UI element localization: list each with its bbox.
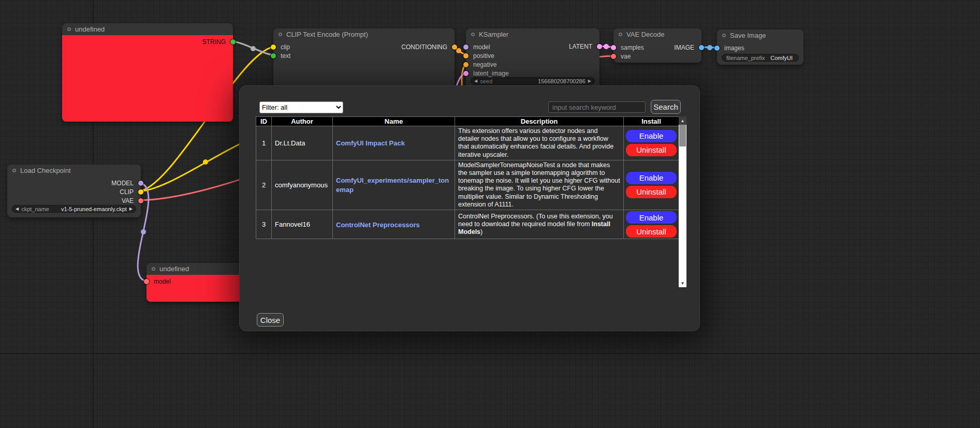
node-title: undefined (75, 25, 105, 33)
increment-arrow-icon[interactable]: ▶ (588, 77, 591, 85)
wire-midpoint-dot-clip (203, 159, 208, 165)
negative-input-port[interactable] (463, 62, 469, 67)
node-title: VAE Decode (626, 31, 664, 38)
node-undefined-bottom-header[interactable]: undefined (147, 263, 245, 275)
filter-select[interactable]: Filter: all (259, 101, 343, 113)
node-clip-text-encode-header[interactable]: CLIP Text Encode (Prompt) (273, 28, 455, 40)
wire-midpoint-dot-latent (604, 44, 609, 49)
image-output-port[interactable] (699, 45, 704, 50)
node-undefined-top-header[interactable]: undefined (62, 23, 233, 35)
node-vae-decode-header[interactable]: VAE Decode (613, 28, 701, 40)
seed-widget[interactable]: ◀ seed 156680208700286 ▶ (471, 77, 595, 85)
collapse-dot-icon[interactable] (471, 33, 475, 36)
input-slot-negative[interactable]: negative (466, 60, 599, 69)
uninstall-button[interactable]: Uninstall (626, 186, 677, 198)
input-slot-images[interactable]: images (717, 43, 803, 52)
header-name: Name (333, 117, 455, 126)
latent-image-input-port[interactable] (463, 71, 469, 76)
model-input-port[interactable] (144, 279, 149, 284)
scroll-up-icon[interactable]: ▲ (679, 116, 686, 125)
node-title: CLIP Text Encode (Prompt) (286, 31, 368, 38)
enable-button[interactable]: Enable (626, 211, 677, 224)
node-ksampler[interactable]: KSampler model positive negative latent_… (466, 28, 599, 91)
port-label: positive (473, 52, 494, 60)
close-button[interactable]: Close (257, 313, 284, 327)
description-text: ) (480, 228, 482, 235)
collapse-dot-icon[interactable] (67, 27, 71, 31)
positive-input-port[interactable] (463, 53, 469, 58)
extension-link[interactable]: ComfyUI_experiments/sampler_tonemap (336, 176, 449, 194)
port-label: MODEL (111, 180, 134, 187)
text-input-port[interactable] (271, 53, 276, 58)
output-slot-model[interactable]: MODEL (7, 179, 141, 187)
input-slot-model[interactable]: model (147, 277, 245, 286)
decrement-arrow-icon[interactable]: ◀ (16, 205, 19, 213)
clip-output-port[interactable] (138, 189, 143, 195)
output-slot-latent[interactable]: LATENT (466, 42, 599, 51)
output-slot-conditioning[interactable]: CONDITIONING (273, 42, 455, 51)
node-load-checkpoint-header[interactable]: Load Checkpoint (7, 165, 141, 176)
node-save-image[interactable]: Save Image images filename_prefix ComfyU… (717, 29, 803, 65)
extension-link[interactable]: ControlNet Preprocessors (336, 221, 420, 229)
node-load-checkpoint[interactable]: Load Checkpoint MODEL CLIP VAE ◀ ckpt_na… (7, 165, 141, 217)
collapse-dot-icon[interactable] (279, 33, 282, 36)
collapse-dot-icon[interactable] (619, 33, 622, 36)
cell-id: 1 (256, 126, 272, 160)
enable-button[interactable]: Enable (626, 130, 677, 142)
description-text: ControlNet Preprocessors. (To use this e… (458, 213, 613, 228)
widget-value: v1-5-pruned-emaonly.ckpt (61, 206, 127, 212)
collapse-dot-icon[interactable] (722, 34, 726, 37)
decrement-arrow-icon[interactable]: ◀ (474, 77, 477, 85)
collapse-dot-icon[interactable] (12, 169, 16, 172)
ckpt-name-widget[interactable]: ◀ ckpt_name v1-5-pruned-emaonly.ckpt ▶ (12, 205, 136, 213)
enable-button[interactable]: Enable (626, 172, 677, 184)
output-slot-clip[interactable]: CLIP (7, 187, 141, 196)
port-label: images (724, 45, 744, 52)
node-ksampler-header[interactable]: KSampler (466, 28, 599, 40)
input-slot-latent-image[interactable]: latent_image (466, 69, 599, 78)
scroll-down-icon[interactable]: ▼ (679, 279, 686, 287)
increment-arrow-icon[interactable]: ▶ (129, 205, 133, 213)
vae-output-port[interactable] (138, 198, 143, 203)
uninstall-button[interactable]: Uninstall (626, 225, 677, 238)
widget-label: ckpt_name (21, 206, 49, 212)
uninstall-button[interactable]: Uninstall (626, 144, 677, 156)
table-scrollbar[interactable]: ▲ ▼ (679, 116, 686, 287)
output-slot-image[interactable]: IMAGE (613, 43, 701, 52)
port-label: CONDITIONING (401, 43, 447, 51)
custom-nodes-manager-dialog: Filter: all Search ID Author Name Descri… (239, 85, 700, 331)
node-undefined-top[interactable]: undefined STRING (62, 23, 233, 122)
port-label: negative (473, 61, 496, 68)
port-label: CLIP (120, 188, 134, 196)
node-vae-decode[interactable]: VAE Decode samples vae IMAGE (613, 28, 701, 63)
search-input[interactable] (548, 101, 646, 113)
latent-output-port[interactable] (597, 44, 602, 49)
node-save-image-header[interactable]: Save Image (717, 29, 803, 41)
output-slot-vae[interactable]: VAE (7, 196, 141, 205)
widget-value: ComfyUI (770, 55, 793, 61)
input-slot-text[interactable]: text (273, 51, 455, 60)
filename-prefix-widget[interactable]: filename_prefix ComfyUI (722, 54, 799, 62)
cell-description: ControlNet Preprocessors. (To use this e… (455, 210, 624, 239)
model-output-port[interactable] (138, 181, 143, 186)
conditioning-output-port[interactable] (452, 45, 457, 50)
output-slot-string[interactable]: STRING (62, 37, 233, 46)
scrollbar-thumb[interactable] (679, 125, 686, 146)
string-output-port[interactable] (230, 39, 236, 45)
input-slot-vae[interactable]: vae (613, 52, 701, 61)
header-id: ID (256, 117, 272, 126)
input-slot-positive[interactable]: positive (466, 51, 599, 60)
search-button[interactable]: Search (651, 100, 681, 114)
extension-link[interactable]: ComfyUI Impact Pack (336, 139, 405, 147)
comfyui-canvas[interactable]: undefined STRING CLIP Text Encode (Promp… (0, 0, 980, 428)
table-header-row: ID Author Name Description Install (256, 117, 679, 126)
wire-midpoint-dot-conditioning (456, 48, 461, 53)
header-description: Description (455, 117, 624, 126)
images-input-port[interactable] (714, 46, 720, 51)
node-undefined-bottom[interactable]: undefined model (147, 263, 245, 302)
vae-input-port[interactable] (611, 54, 616, 59)
header-author: Author (272, 117, 333, 126)
table-row: 2 comfyanonymous ComfyUI_experiments/sam… (256, 160, 679, 210)
node-title: Load Checkpoint (20, 167, 71, 174)
collapse-dot-icon[interactable] (152, 267, 155, 271)
